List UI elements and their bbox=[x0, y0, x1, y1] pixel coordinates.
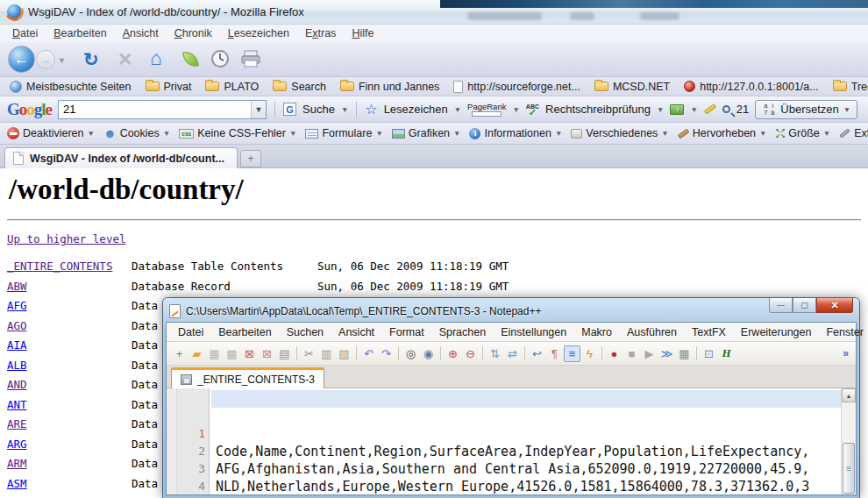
highlighter-icon[interactable] bbox=[704, 103, 716, 114]
notepad-document-tab[interactable]: _ENTIRE_CONTENTS-3 bbox=[171, 367, 324, 388]
directory-entry-link[interactable]: AFG bbox=[7, 299, 27, 312]
menu-item-chronik[interactable]: Chronik bbox=[167, 25, 219, 41]
doc-switcher-icon[interactable]: ϟ bbox=[581, 345, 598, 362]
search-dropdown-icon[interactable]: ▼ bbox=[251, 101, 266, 118]
notepad-menu-suchen[interactable]: Suchen bbox=[281, 324, 330, 340]
new-file-icon[interactable]: + bbox=[171, 345, 188, 362]
show-all-chars-icon[interactable]: ¶ bbox=[546, 345, 563, 362]
record-macro-icon[interactable]: ● bbox=[606, 345, 623, 362]
maximize-button[interactable]: ▢ bbox=[793, 298, 816, 313]
directory-entry-link[interactable]: AIA bbox=[7, 338, 27, 352]
word-wrap-icon[interactable]: ↩ bbox=[529, 345, 545, 362]
bookmarks-dropdown-icon[interactable]: ▼ bbox=[454, 105, 461, 114]
webdev-miscellaneous[interactable]: Verschiedenes ▼ bbox=[568, 126, 671, 140]
directory-entry-link[interactable]: AGO bbox=[7, 319, 27, 332]
webdev-images[interactable]: Grafiken ▼ bbox=[389, 126, 464, 140]
redo-icon[interactable]: ↷ bbox=[378, 345, 395, 362]
stop-button[interactable]: ✕ bbox=[117, 49, 133, 70]
back-button[interactable]: ← bbox=[8, 46, 35, 73]
bookmark-item[interactable]: MCSD.NET bbox=[590, 80, 674, 94]
zoom-magnifier-icon[interactable] bbox=[722, 105, 730, 113]
open-file-icon[interactable]: ▰ bbox=[189, 345, 205, 362]
bookmark-item[interactable]: Privat bbox=[141, 80, 196, 94]
directory-entry-link[interactable]: ANT bbox=[7, 398, 27, 411]
indent-guide-icon[interactable]: ≡ bbox=[564, 345, 580, 362]
save-icon[interactable]: ▦ bbox=[206, 345, 223, 362]
bookmark-item[interactable]: Tree Samples bbox=[829, 80, 868, 94]
notepad-editor[interactable]: 1 Code,Name,Continent,Region,SurfaceArea… bbox=[167, 388, 856, 494]
menu-item-extras[interactable]: Extras bbox=[298, 25, 343, 41]
sync-horizontal-icon[interactable]: ⇄ bbox=[504, 345, 521, 362]
minimize-button[interactable]: — bbox=[769, 298, 793, 313]
google-search-button[interactable]: Suche bbox=[302, 103, 335, 116]
bookmark-item[interactable]: Finn und Jannes bbox=[336, 80, 444, 94]
webdev-outline[interactable]: Hervorheben ▼ bbox=[675, 126, 770, 140]
webdev-css[interactable]: css Keine CSS-Fehler ▼ bbox=[176, 126, 299, 140]
undo-icon[interactable]: ↶ bbox=[360, 345, 377, 362]
run-macro-multi-icon[interactable]: ≫ bbox=[658, 345, 675, 362]
webdev-resize[interactable]: ↖↗↙↘ Größe ▼ bbox=[772, 126, 833, 140]
google-search-box[interactable]: ▼ bbox=[58, 100, 267, 119]
notepad-menu-erweiterungen[interactable]: Erweiterungen bbox=[735, 324, 818, 340]
directory-entry-link[interactable]: AND bbox=[7, 378, 27, 391]
directory-entry-link[interactable]: _ENTIRE_CONTENTS bbox=[7, 260, 112, 273]
menu-item-bearbeiten[interactable]: Bearbeiten bbox=[46, 25, 113, 41]
notepad-menu-ansicht[interactable]: Ansicht bbox=[332, 324, 381, 340]
bookmark-item[interactable]: PLATO bbox=[201, 80, 263, 94]
bookmark-item[interactable]: http://sourceforge.net... bbox=[449, 80, 585, 94]
pagerank-dropdown-icon[interactable]: ▼ bbox=[512, 105, 519, 114]
webdev-forms[interactable]: Formulare ▼ bbox=[302, 126, 385, 140]
directory-entry-link[interactable]: ARG bbox=[7, 438, 27, 451]
menu-item-ansicht[interactable]: Ansicht bbox=[116, 25, 166, 41]
copy-icon[interactable]: ▥ bbox=[318, 345, 335, 362]
directory-entry-link[interactable]: ALB bbox=[7, 359, 27, 372]
bookmark-item[interactable]: Meistbesuchte Seiten bbox=[5, 80, 136, 94]
directory-entry-link[interactable]: ARE bbox=[7, 417, 27, 430]
autofill-folder-icon[interactable]: ↑ bbox=[670, 104, 684, 115]
feedly-leaf-icon[interactable] bbox=[182, 49, 199, 68]
toolbar-overflow-chevron[interactable]: » bbox=[843, 347, 851, 359]
forward-dropdown-icon[interactable]: ▼ bbox=[58, 56, 66, 65]
editor-vertical-scrollbar[interactable]: ▲ ≡ bbox=[841, 388, 856, 494]
new-tab-button[interactable]: + bbox=[240, 150, 261, 167]
notepad-menu-fenster[interactable]: Fenster bbox=[820, 324, 868, 340]
close-all-icon[interactable]: ⊠ bbox=[259, 345, 275, 362]
pagerank-widget[interactable]: PageRank bbox=[467, 103, 506, 117]
menu-item-hilfe[interactable]: Hilfe bbox=[345, 25, 381, 41]
webdev-information[interactable]: i Informationen ▼ bbox=[466, 126, 565, 140]
forward-button[interactable]: → bbox=[36, 50, 55, 69]
sync-vertical-icon[interactable]: ⇅ bbox=[487, 345, 503, 362]
directory-entry-link[interactable]: ARM bbox=[7, 457, 27, 470]
paste-icon[interactable]: ▧ bbox=[336, 345, 352, 362]
notepad-menu-ausfhren[interactable]: Ausführen bbox=[621, 324, 683, 340]
zoom-out-icon[interactable]: ⊖ bbox=[462, 345, 479, 362]
directory-entry-link[interactable]: ABW bbox=[7, 280, 27, 293]
notepad-menu-einstellungen[interactable]: Einstellungen bbox=[494, 324, 573, 340]
run-icon[interactable]: ⊡ bbox=[701, 345, 717, 362]
scroll-up-arrow[interactable]: ▲ bbox=[842, 388, 856, 402]
translate-dropdown-icon[interactable]: ▼ bbox=[843, 105, 850, 114]
save-all-icon[interactable]: ▩ bbox=[224, 345, 240, 362]
scrollbar-thumb[interactable]: ≡ bbox=[843, 443, 855, 494]
play-macro-icon[interactable]: ▶ bbox=[641, 345, 658, 362]
cut-icon[interactable]: ✂ bbox=[301, 345, 317, 362]
tab-wsgidav[interactable]: WsgiDAV - Index of /world-db/count... bbox=[4, 147, 238, 168]
html-tidy-icon[interactable]: H bbox=[718, 345, 735, 362]
history-clock-icon[interactable] bbox=[210, 49, 230, 68]
notepad-titlebar[interactable]: C:\Users\Martin\AppData\Local\Temp\_ENTI… bbox=[166, 301, 857, 322]
notepad-menu-makro[interactable]: Makro bbox=[575, 324, 618, 340]
close-button[interactable]: ✕ bbox=[816, 298, 853, 313]
print-icon[interactable] bbox=[240, 49, 261, 68]
menu-item-datei[interactable]: Datei bbox=[5, 25, 45, 41]
webdev-tools[interactable]: Extras ▼ bbox=[836, 126, 868, 140]
find-icon[interactable]: ◎ bbox=[402, 345, 419, 362]
webdev-cookies[interactable]: ☻ Cookies ▼ bbox=[101, 126, 173, 140]
autofill-dropdown-icon[interactable]: ▼ bbox=[690, 105, 697, 114]
home-button[interactable]: ⌂ bbox=[150, 46, 162, 70]
search-options-dropdown-icon[interactable]: ▼ bbox=[341, 105, 348, 114]
webdev-disable[interactable]: Deaktivieren ▼ bbox=[4, 126, 97, 140]
google-bookmarks-button[interactable]: Lesezeichen bbox=[384, 103, 448, 116]
reload-button[interactable]: ↻ bbox=[83, 49, 99, 70]
zoom-in-icon[interactable]: ⊕ bbox=[445, 345, 461, 362]
notepad-menu-textfx[interactable]: TextFX bbox=[686, 324, 732, 340]
